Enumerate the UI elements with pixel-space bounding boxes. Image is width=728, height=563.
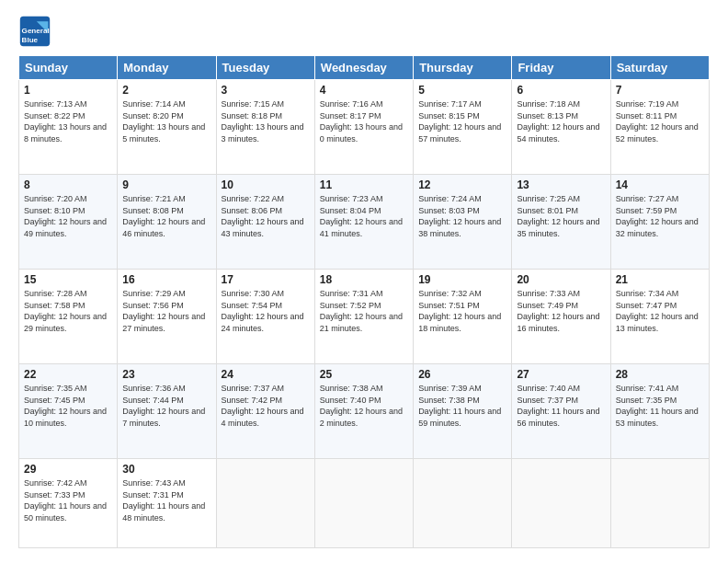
table-row: 22Sunrise: 7:35 AM Sunset: 7:45 PM Dayli… [19, 363, 118, 458]
col-friday: Friday [512, 56, 610, 80]
calendar-header-row: Sunday Monday Tuesday Wednesday Thursday… [19, 56, 710, 80]
col-sunday: Sunday [19, 56, 118, 80]
table-row: 4Sunrise: 7:16 AM Sunset: 8:17 PM Daylig… [314, 80, 413, 175]
day-number: 22 [24, 368, 112, 381]
table-row: 25Sunrise: 7:38 AM Sunset: 7:40 PM Dayli… [314, 363, 413, 458]
logo-icon: General Blue [18, 15, 51, 48]
col-monday: Monday [118, 56, 216, 80]
day-info: Sunrise: 7:43 AM Sunset: 7:31 PM Dayligh… [122, 477, 210, 523]
table-row: 13Sunrise: 7:25 AM Sunset: 8:01 PM Dayli… [512, 174, 610, 269]
day-info: Sunrise: 7:25 AM Sunset: 8:01 PM Dayligh… [517, 193, 605, 239]
day-info: Sunrise: 7:42 AM Sunset: 7:33 PM Dayligh… [24, 477, 112, 523]
day-number: 6 [517, 84, 605, 97]
table-row [610, 458, 709, 547]
day-number: 27 [517, 368, 605, 381]
day-info: Sunrise: 7:27 AM Sunset: 7:59 PM Dayligh… [616, 193, 704, 239]
day-number: 21 [616, 273, 704, 286]
day-info: Sunrise: 7:36 AM Sunset: 7:44 PM Dayligh… [122, 383, 210, 429]
col-thursday: Thursday [414, 56, 512, 80]
day-number: 10 [222, 178, 310, 191]
table-row: 8Sunrise: 7:20 AM Sunset: 8:10 PM Daylig… [19, 174, 118, 269]
table-row: 19Sunrise: 7:32 AM Sunset: 7:51 PM Dayli… [414, 269, 512, 363]
table-row: 28Sunrise: 7:41 AM Sunset: 7:35 PM Dayli… [610, 363, 709, 458]
day-info: Sunrise: 7:21 AM Sunset: 8:08 PM Dayligh… [122, 193, 210, 239]
day-number: 28 [616, 368, 704, 381]
day-number: 17 [222, 273, 310, 286]
calendar: Sunday Monday Tuesday Wednesday Thursday… [18, 55, 710, 548]
day-info: Sunrise: 7:31 AM Sunset: 7:52 PM Dayligh… [320, 288, 408, 334]
header: General Blue [18, 15, 710, 48]
table-row [414, 458, 512, 547]
day-number: 30 [122, 463, 210, 476]
table-row: 6Sunrise: 7:18 AM Sunset: 8:13 PM Daylig… [512, 80, 610, 175]
logo: General Blue [18, 15, 51, 48]
table-row: 23Sunrise: 7:36 AM Sunset: 7:44 PM Dayli… [118, 363, 216, 458]
col-saturday: Saturday [610, 56, 709, 80]
day-number: 1 [24, 84, 112, 97]
day-info: Sunrise: 7:30 AM Sunset: 7:54 PM Dayligh… [222, 288, 310, 334]
day-info: Sunrise: 7:39 AM Sunset: 7:38 PM Dayligh… [418, 383, 506, 429]
day-number: 11 [320, 178, 408, 191]
day-info: Sunrise: 7:40 AM Sunset: 7:37 PM Dayligh… [517, 383, 605, 429]
col-wednesday: Wednesday [314, 56, 413, 80]
day-number: 3 [222, 84, 310, 97]
table-row: 7Sunrise: 7:19 AM Sunset: 8:11 PM Daylig… [610, 80, 709, 175]
table-row: 12Sunrise: 7:24 AM Sunset: 8:03 PM Dayli… [414, 174, 512, 269]
table-row: 26Sunrise: 7:39 AM Sunset: 7:38 PM Dayli… [414, 363, 512, 458]
day-number: 20 [517, 273, 605, 286]
table-row: 2Sunrise: 7:14 AM Sunset: 8:20 PM Daylig… [118, 80, 216, 175]
day-info: Sunrise: 7:38 AM Sunset: 7:40 PM Dayligh… [320, 383, 408, 429]
page: General Blue Sunday Monday Tuesday Wedne… [0, 0, 728, 563]
day-info: Sunrise: 7:32 AM Sunset: 7:51 PM Dayligh… [418, 288, 506, 334]
day-info: Sunrise: 7:37 AM Sunset: 7:42 PM Dayligh… [222, 383, 310, 429]
table-row: 1Sunrise: 7:13 AM Sunset: 8:22 PM Daylig… [19, 80, 118, 175]
svg-text:Blue: Blue [22, 36, 39, 44]
day-info: Sunrise: 7:33 AM Sunset: 7:49 PM Dayligh… [517, 288, 605, 334]
day-info: Sunrise: 7:28 AM Sunset: 7:58 PM Dayligh… [24, 288, 112, 334]
day-info: Sunrise: 7:14 AM Sunset: 8:20 PM Dayligh… [122, 98, 210, 144]
table-row: 3Sunrise: 7:15 AM Sunset: 8:18 PM Daylig… [216, 80, 314, 175]
day-number: 15 [24, 273, 112, 286]
day-info: Sunrise: 7:34 AM Sunset: 7:47 PM Dayligh… [616, 288, 704, 334]
table-row: 18Sunrise: 7:31 AM Sunset: 7:52 PM Dayli… [314, 269, 413, 363]
svg-text:General: General [22, 27, 50, 35]
table-row: 15Sunrise: 7:28 AM Sunset: 7:58 PM Dayli… [19, 269, 118, 363]
day-number: 14 [616, 178, 704, 191]
day-info: Sunrise: 7:17 AM Sunset: 8:15 PM Dayligh… [418, 98, 506, 144]
day-info: Sunrise: 7:13 AM Sunset: 8:22 PM Dayligh… [24, 98, 112, 144]
table-row [314, 458, 413, 547]
table-row: 27Sunrise: 7:40 AM Sunset: 7:37 PM Dayli… [512, 363, 610, 458]
day-info: Sunrise: 7:24 AM Sunset: 8:03 PM Dayligh… [418, 193, 506, 239]
day-number: 7 [616, 84, 704, 97]
day-number: 29 [24, 463, 112, 476]
table-row: 5Sunrise: 7:17 AM Sunset: 8:15 PM Daylig… [414, 80, 512, 175]
day-info: Sunrise: 7:35 AM Sunset: 7:45 PM Dayligh… [24, 383, 112, 429]
day-info: Sunrise: 7:22 AM Sunset: 8:06 PM Dayligh… [222, 193, 310, 239]
day-number: 4 [320, 84, 408, 97]
day-number: 2 [122, 84, 210, 97]
col-tuesday: Tuesday [216, 56, 314, 80]
day-number: 9 [122, 178, 210, 191]
day-info: Sunrise: 7:15 AM Sunset: 8:18 PM Dayligh… [222, 98, 310, 144]
day-number: 16 [122, 273, 210, 286]
day-info: Sunrise: 7:18 AM Sunset: 8:13 PM Dayligh… [517, 98, 605, 144]
table-row: 10Sunrise: 7:22 AM Sunset: 8:06 PM Dayli… [216, 174, 314, 269]
day-info: Sunrise: 7:23 AM Sunset: 8:04 PM Dayligh… [320, 193, 408, 239]
table-row: 24Sunrise: 7:37 AM Sunset: 7:42 PM Dayli… [216, 363, 314, 458]
day-number: 25 [320, 368, 408, 381]
day-number: 26 [418, 368, 506, 381]
day-number: 13 [517, 178, 605, 191]
day-info: Sunrise: 7:29 AM Sunset: 7:56 PM Dayligh… [122, 288, 210, 334]
table-row: 29Sunrise: 7:42 AM Sunset: 7:33 PM Dayli… [19, 458, 118, 547]
table-row: 21Sunrise: 7:34 AM Sunset: 7:47 PM Dayli… [610, 269, 709, 363]
table-row: 20Sunrise: 7:33 AM Sunset: 7:49 PM Dayli… [512, 269, 610, 363]
table-row: 17Sunrise: 7:30 AM Sunset: 7:54 PM Dayli… [216, 269, 314, 363]
table-row: 30Sunrise: 7:43 AM Sunset: 7:31 PM Dayli… [118, 458, 216, 547]
day-info: Sunrise: 7:16 AM Sunset: 8:17 PM Dayligh… [320, 98, 408, 144]
table-row: 16Sunrise: 7:29 AM Sunset: 7:56 PM Dayli… [118, 269, 216, 363]
table-row [216, 458, 314, 547]
day-number: 12 [418, 178, 506, 191]
day-info: Sunrise: 7:41 AM Sunset: 7:35 PM Dayligh… [616, 383, 704, 429]
day-number: 19 [418, 273, 506, 286]
day-number: 5 [418, 84, 506, 97]
